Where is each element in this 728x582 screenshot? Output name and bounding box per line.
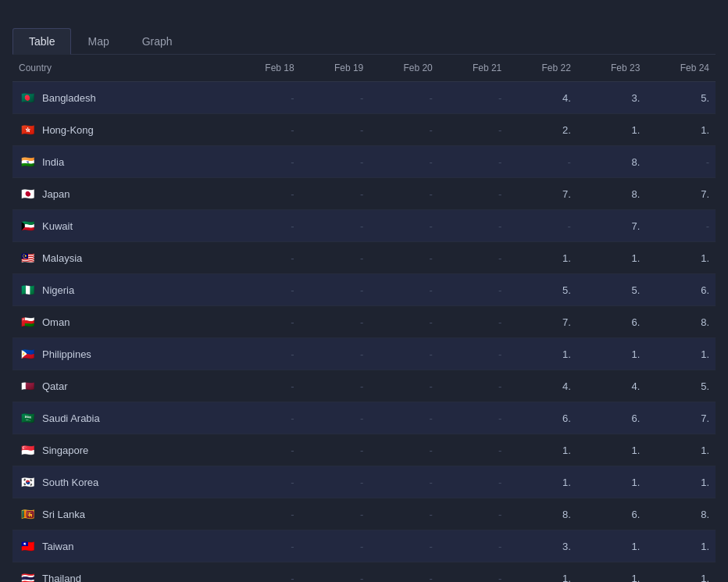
value-col-4: 4. xyxy=(508,370,577,402)
flag-icon: 🇹🇼 xyxy=(19,537,36,555)
col-feb19: Feb 19 xyxy=(301,55,370,82)
col-feb24: Feb 24 xyxy=(646,55,716,82)
country-cell: 🇭🇰Hong-Kong xyxy=(12,114,231,145)
flag-icon: 🇵🇭 xyxy=(19,345,36,362)
country-cell: 🇰🇷South Korea xyxy=(12,466,231,498)
value-col-2: - xyxy=(369,274,439,306)
value-col-0: - xyxy=(231,82,301,114)
table-row: 🇴🇲Oman----7.6.8. xyxy=(12,306,716,338)
table-row: 🇸🇦Saudi Arabia----6.6.7. xyxy=(12,402,716,434)
value-col-5: 1. xyxy=(577,530,647,562)
country-cell: 🇸🇦Saudi Arabia xyxy=(12,402,231,434)
value-col-1: - xyxy=(301,434,370,466)
value-col-4: 6. xyxy=(508,402,577,434)
country-name: Singapore xyxy=(42,445,88,456)
value-col-6: 7. xyxy=(646,178,716,210)
value-col-2: - xyxy=(369,114,439,146)
value-col-5: 6. xyxy=(577,402,647,434)
value-col-0: - xyxy=(231,274,301,306)
value-col-2: - xyxy=(369,146,439,178)
tab-graph[interactable]: Graph xyxy=(126,28,189,54)
flag-icon: 🇱🇰 xyxy=(19,505,36,523)
country-name: Saudi Arabia xyxy=(42,412,100,424)
country-name: Nigeria xyxy=(42,284,74,296)
flag-icon: 🇧🇩 xyxy=(19,89,36,106)
col-feb22: Feb 22 xyxy=(508,55,577,82)
value-col-4: 1. xyxy=(508,338,577,370)
value-col-4: 1. xyxy=(508,466,577,498)
value-col-3: - xyxy=(439,370,509,402)
table-row: 🇧🇩Bangladesh----4.3.5. xyxy=(12,82,716,114)
country-name: Taiwan xyxy=(42,541,73,552)
value-col-2: - xyxy=(369,338,439,370)
value-col-4: 1. xyxy=(508,434,577,466)
tab-table[interactable]: Table xyxy=(12,28,71,55)
value-col-0: - xyxy=(231,562,301,583)
tab-map[interactable]: Map xyxy=(71,28,125,54)
value-col-2: - xyxy=(369,210,439,242)
value-col-2: - xyxy=(369,306,439,338)
value-col-0: - xyxy=(231,242,301,274)
value-col-1: - xyxy=(301,306,370,338)
value-col-4: 7. xyxy=(508,178,577,210)
value-col-5: 4. xyxy=(577,370,647,402)
value-col-5: 6. xyxy=(577,306,647,338)
value-col-6: 5. xyxy=(646,82,716,114)
value-col-5: 1. xyxy=(577,338,647,370)
value-col-4: 1. xyxy=(508,562,577,583)
value-col-3: - xyxy=(439,562,509,583)
rankings-table: Country Feb 18 Feb 19 Feb 20 Feb 21 Feb … xyxy=(12,55,716,582)
value-col-3: - xyxy=(439,114,509,146)
value-col-5: 1. xyxy=(577,562,647,583)
value-col-2: - xyxy=(369,178,439,210)
value-col-5: 8. xyxy=(577,146,647,178)
table-row: 🇸🇬Singapore----1.1.1. xyxy=(12,434,716,466)
value-col-0: - xyxy=(231,338,301,370)
value-col-6: 1. xyxy=(646,530,716,562)
value-col-5: 5. xyxy=(577,274,647,306)
value-col-3: - xyxy=(439,402,509,434)
col-country: Country xyxy=(12,55,231,82)
country-name: South Korea xyxy=(42,477,98,488)
value-col-2: - xyxy=(369,82,439,114)
flag-icon: 🇸🇦 xyxy=(19,409,36,427)
value-col-3: - xyxy=(439,306,509,338)
country-cell: 🇸🇬Singapore xyxy=(12,434,231,466)
value-col-4: 2. xyxy=(508,114,577,146)
table-row: 🇲🇾Malaysia----1.1.1. xyxy=(12,242,716,274)
country-name: Thailand xyxy=(42,573,81,583)
value-col-1: - xyxy=(301,146,370,178)
table-row: 🇰🇼Kuwait-----7.- xyxy=(12,210,716,242)
value-col-6: 8. xyxy=(646,498,716,530)
value-col-5: 8. xyxy=(577,178,647,210)
flag-icon: 🇳🇬 xyxy=(19,281,36,298)
value-col-3: - xyxy=(439,210,509,242)
value-col-5: 1. xyxy=(577,242,647,274)
value-col-0: - xyxy=(231,530,301,562)
value-col-4: 1. xyxy=(508,242,577,274)
value-col-6: 1. xyxy=(646,114,716,146)
country-cell: 🇧🇩Bangladesh xyxy=(12,82,231,113)
value-col-1: - xyxy=(301,242,370,274)
value-col-2: - xyxy=(369,242,439,274)
value-col-6: 1. xyxy=(646,562,716,583)
value-col-3: - xyxy=(439,274,509,306)
flag-icon: 🇮🇳 xyxy=(19,153,36,170)
value-col-3: - xyxy=(439,530,509,562)
value-col-0: - xyxy=(231,146,301,178)
table-row: 🇶🇦Qatar----4.4.5. xyxy=(12,370,716,402)
value-col-1: - xyxy=(301,210,370,242)
table-row: 🇯🇵Japan----7.8.7. xyxy=(12,178,716,210)
country-name: Malaysia xyxy=(42,252,82,264)
country-name: Hong-Kong xyxy=(42,124,94,136)
value-col-6: - xyxy=(646,210,716,242)
country-name: India xyxy=(42,156,64,168)
value-col-0: - xyxy=(231,434,301,466)
page-container: Table Map Graph Country Feb 18 Feb 19 Fe… xyxy=(0,0,728,582)
value-col-6: 1. xyxy=(646,338,716,370)
value-col-3: - xyxy=(439,466,509,498)
table-row: 🇮🇳India-----8.- xyxy=(12,146,716,178)
value-col-6: 8. xyxy=(646,306,716,338)
country-cell: 🇴🇲Oman xyxy=(12,306,231,337)
value-col-2: - xyxy=(369,434,439,466)
